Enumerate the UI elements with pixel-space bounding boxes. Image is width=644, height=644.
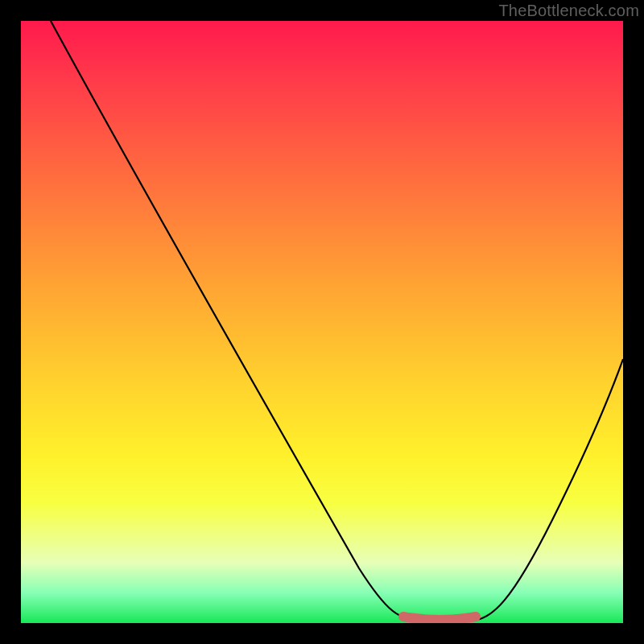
chart-svg <box>21 21 623 623</box>
bottleneck-curve <box>51 21 623 621</box>
optimal-range-marker <box>403 617 476 620</box>
chart-frame: TheBottleneck.com <box>0 0 644 644</box>
attribution-label: TheBottleneck.com <box>498 2 639 20</box>
